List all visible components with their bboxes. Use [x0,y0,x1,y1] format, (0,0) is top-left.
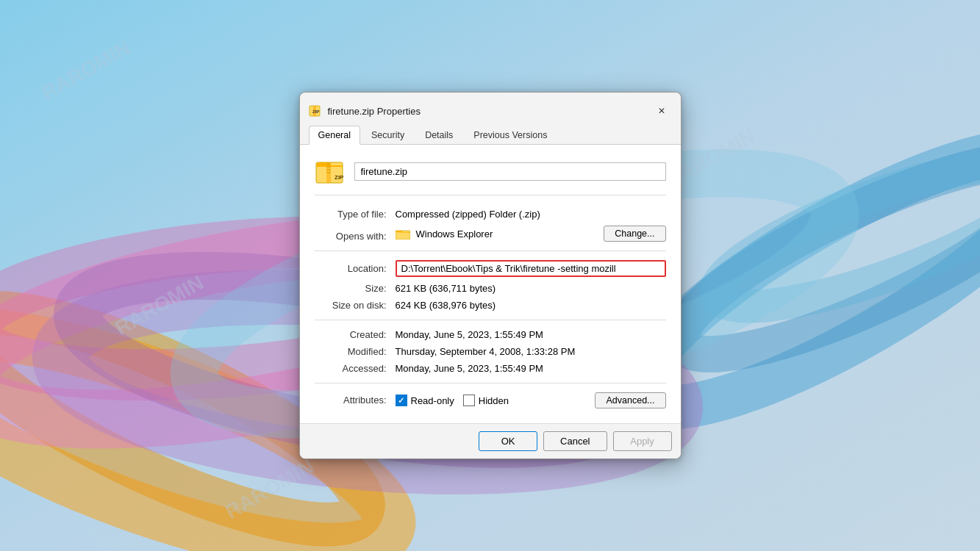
size-disk-row: Size on disk: 624 KB (638,976 bytes) [315,297,666,314]
opens-row: Opens with: Windows Explorer Change... [315,223,666,245]
tab-details[interactable]: Details [415,126,462,145]
created-label: Created: [315,329,396,340]
size-disk-label: Size on disk: [315,300,396,311]
tab-bar: General Security Details Previous Versio… [300,122,681,145]
readonly-checkbox[interactable] [396,395,407,406]
cancel-button[interactable]: Cancel [543,431,607,451]
hidden-label: Hidden [479,395,509,406]
size-disk-value: 624 KB (638,976 bytes) [396,300,666,311]
divider-2 [315,320,666,320]
opens-app: Windows Explorer [416,228,493,240]
created-value: Monday, June 5, 2023, 1:55:49 PM [396,329,666,340]
accessed-label: Accessed: [315,363,396,374]
modified-row: Modified: Thursday, September 4, 2008, 1… [315,343,666,360]
modified-value: Thursday, September 4, 2008, 1:33:28 PM [396,346,666,357]
tab-previous-versions[interactable]: Previous Versions [464,126,557,145]
close-button[interactable]: ✕ [651,102,672,120]
divider-3 [315,383,666,383]
tab-general[interactable]: General [309,126,360,145]
location-row: Location: D:\Torrent\Ebook\Tips & Trik\f… [315,257,666,280]
size-row: Size: 621 KB (636,711 bytes) [315,280,666,297]
modified-label: Modified: [315,346,396,357]
dialog-footer: OK Cancel Apply [300,423,681,458]
folder-icon [396,228,410,240]
type-value: Compressed (zipped) Folder (.zip) [396,209,666,220]
advanced-button[interactable]: Advanced... [595,392,665,408]
file-header: ZIP [315,156,666,195]
type-label: Type of file: [315,209,396,220]
divider-1 [315,251,666,251]
accessed-row: Accessed: Monday, June 5, 2023, 1:55:49 … [315,360,666,377]
tab-security[interactable]: Security [362,126,414,145]
svg-text:ZIP: ZIP [335,174,344,181]
change-button[interactable]: Change... [604,226,665,242]
svg-text:ZIP: ZIP [312,109,319,114]
file-icon: ZIP [315,156,344,186]
ok-button[interactable]: OK [479,431,537,451]
hidden-checkbox[interactable] [463,395,475,406]
readonly-label: Read-only [411,395,454,406]
type-row: Type of file: Compressed (zipped) Folder… [315,206,666,223]
type-section: Type of file: Compressed (zipped) Folder… [315,206,666,245]
title-bar: ZIP firetune.zip Properties ✕ [300,93,681,122]
opens-label: Opens with: [315,231,396,242]
attributes-label: Attributes: [315,395,396,406]
file-name-input[interactable] [354,162,666,181]
dialog-content: ZIP Type of file: Compressed (zipped) Fo… [300,145,681,423]
location-value: D:\Torrent\Ebook\Tips & Trik\firetune -s… [396,260,666,277]
title-bar-left: ZIP firetune.zip Properties [309,104,421,118]
apply-button[interactable]: Apply [613,431,672,451]
attributes-row: Attributes: Read-only Hidden Advanced... [315,389,666,411]
title-controls: ✕ [651,102,672,120]
created-row: Created: Monday, June 5, 2023, 1:55:49 P… [315,326,666,343]
attributes-controls: Read-only Hidden Advanced... [396,392,666,408]
opens-with-row: Windows Explorer Change... [396,226,666,242]
readonly-checkbox-group[interactable]: Read-only [396,395,454,406]
accessed-value: Monday, June 5, 2023, 1:55:49 PM [396,363,666,374]
size-label: Size: [315,283,396,294]
hidden-checkbox-group[interactable]: Hidden [463,395,509,406]
location-label: Location: [315,263,396,274]
dialog-overlay: ZIP firetune.zip Properties ✕ General Se… [0,0,980,551]
size-value: 621 KB (636,711 bytes) [396,283,666,294]
properties-dialog: ZIP firetune.zip Properties ✕ General Se… [299,92,682,459]
title-icon: ZIP [309,104,322,118]
dialog-title: firetune.zip Properties [328,106,421,117]
